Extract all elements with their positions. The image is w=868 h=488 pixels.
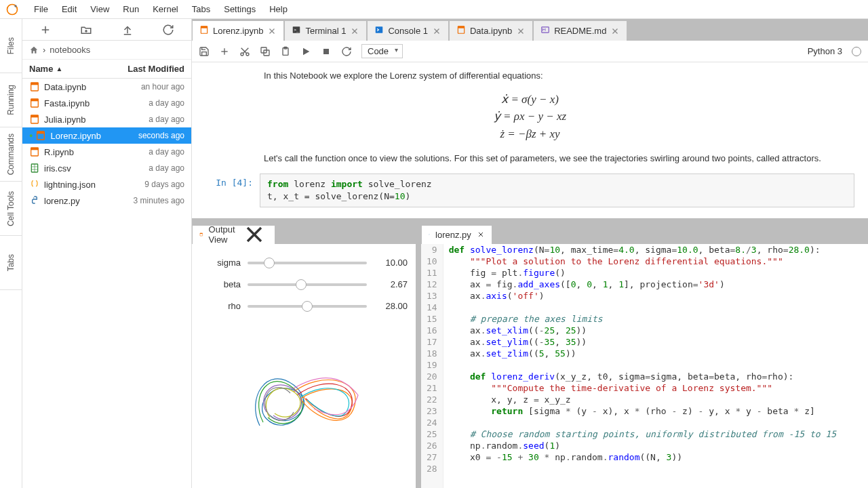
breadcrumb-item[interactable]: notebooks [50,45,90,55]
svg-rect-16 [31,148,39,150]
svg-text:>_: >_ [294,28,300,33]
slider-thumb[interactable] [302,301,313,312]
code-editor[interactable]: 910111213141516171819202122232425262728 … [421,244,868,488]
run-icon[interactable] [300,46,311,57]
file-item[interactable]: R.ipynba day ago [22,144,191,160]
slider-thumb[interactable] [296,279,307,290]
save-icon[interactable] [199,46,210,57]
file-modified: a day ago [149,163,184,173]
tab-label: Output View [209,224,235,245]
stop-icon[interactable] [321,46,332,57]
slider-thumb[interactable] [264,258,275,268]
sort-by-name[interactable]: Name ▲ [29,64,62,74]
nb-icon [456,25,466,37]
tab-data-ipynb[interactable]: Data.ipynb [449,20,533,41]
notebook-toolbar: Code Python 3 [192,41,868,62]
file-name: lightning.json [44,180,96,190]
slider-track[interactable] [248,283,367,286]
svg-rect-8 [31,83,39,85]
main-tabbar: Lorenz.ipynb>_Terminal 1Console 1Data.ip… [192,19,868,41]
close-icon[interactable] [610,26,620,36]
svg-rect-51 [323,49,329,54]
slider-beta: beta2.67 [200,274,408,296]
json-icon [29,179,40,190]
close-icon[interactable] [516,26,526,36]
tab-console-1[interactable]: Console 1 [367,20,449,41]
menubar: FileEditViewRunKernelTabsSettingsHelp [0,0,868,19]
file-name: lorenz.py [44,196,80,206]
menu-edit[interactable]: Edit [55,1,83,17]
sidebar-tab-commands[interactable]: Commands [0,127,22,182]
close-icon[interactable] [477,230,485,239]
tab-label: Lorenz.ipynb [213,26,263,36]
code-input[interactable]: from lorenz import solve_lorenzt, x_t = … [260,174,854,207]
sidebar-tab-cell-tools[interactable]: Cell Tools [0,182,22,236]
slider-label: beta [200,279,241,289]
paste-icon[interactable] [280,46,291,57]
tab-output-view[interactable]: Output View [192,225,275,244]
file-item[interactable]: iris.csva day ago [22,160,191,176]
slider-track[interactable] [248,305,367,308]
refresh-icon[interactable] [162,24,174,36]
lorenz-plot [200,331,408,460]
nb-icon [29,114,40,125]
home-icon[interactable] [29,45,39,55]
menu-view[interactable]: View [83,1,116,17]
file-item[interactable]: Data.ipynban hour ago [22,79,191,95]
tab-label: Terminal 1 [305,26,346,36]
tab-lorenz-ipynb[interactable]: Lorenz.ipynb [192,20,284,41]
sidebar-tab-running[interactable]: Running [0,73,22,127]
slider-sigma: sigma10.00 [200,252,408,274]
line-gutter: 910111213141516171819202122232425262728 [421,244,443,488]
restart-icon[interactable] [341,46,352,57]
file-item[interactable]: lightning.json9 days ago [22,176,191,192]
markdown-cell[interactable]: In this Notebook we explore the Lorenz s… [264,69,854,83]
code-cell[interactable]: In [4]: from lorenz import solve_lorenzt… [205,174,854,207]
tab-readme-md[interactable]: README.md [533,20,627,41]
file-modified: a day ago [149,147,184,157]
menu-kernel[interactable]: Kernel [146,1,185,17]
markdown-cell[interactable]: Let's call the function once to view the… [264,152,854,165]
add-cell-icon[interactable] [219,46,230,57]
svg-point-1 [14,5,16,7]
sidebar-tab-tabs[interactable]: Tabs [0,236,22,290]
new-launcher-icon[interactable] [39,24,52,36]
file-modified: a day ago [149,98,184,108]
nb-icon [29,146,40,157]
close-icon[interactable] [432,26,441,36]
file-item[interactable]: lorenz.py3 minutes ago [22,192,191,209]
py-icon [29,195,40,206]
notebook-icon [199,230,203,239]
output-view-panel: Output View sigma10.00beta2.67rho28.00 [192,224,416,488]
close-icon[interactable] [267,26,277,36]
cut-icon[interactable] [239,46,250,57]
menu-settings[interactable]: Settings [217,1,262,17]
file-modified: an hour ago [141,82,184,92]
tab-lorenz-py[interactable]: lorenz.py [421,225,492,244]
upload-icon[interactable] [121,24,134,36]
file-item[interactable]: Julia.ipynba day ago [22,111,191,127]
code-area[interactable]: def solve_lorenz(N=10, max_time=4.0, sig… [443,244,842,488]
term-icon: >_ [292,25,301,37]
tab-terminal-1[interactable]: >_Terminal 1 [284,20,367,41]
new-folder-icon[interactable] [80,24,92,36]
copy-icon[interactable] [260,46,271,57]
cell-type-select[interactable]: Code [361,44,403,58]
menu-help[interactable]: Help [262,1,294,17]
csv-icon [29,163,40,174]
jupyter-logo [5,3,19,16]
svg-rect-10 [31,99,39,101]
notebook-content: In this Notebook we explore the Lorenz s… [192,62,868,218]
menu-file[interactable]: File [27,1,55,17]
breadcrumb[interactable]: › notebooks [22,41,191,60]
sidebar-tab-strip: FilesRunningCommandsCell ToolsTabs [0,19,22,488]
kernel-name[interactable]: Python 3 [808,46,842,56]
slider-track[interactable] [248,262,367,264]
sidebar-tab-files[interactable]: Files [0,19,22,73]
menu-tabs[interactable]: Tabs [185,1,217,17]
sort-by-modified[interactable]: Last Modified [127,64,184,74]
file-item[interactable]: ●Lorenz.ipynbseconds ago [22,127,191,144]
close-icon[interactable] [350,26,359,36]
menu-run[interactable]: Run [116,1,146,17]
file-item[interactable]: Fasta.ipynba day ago [22,95,191,111]
